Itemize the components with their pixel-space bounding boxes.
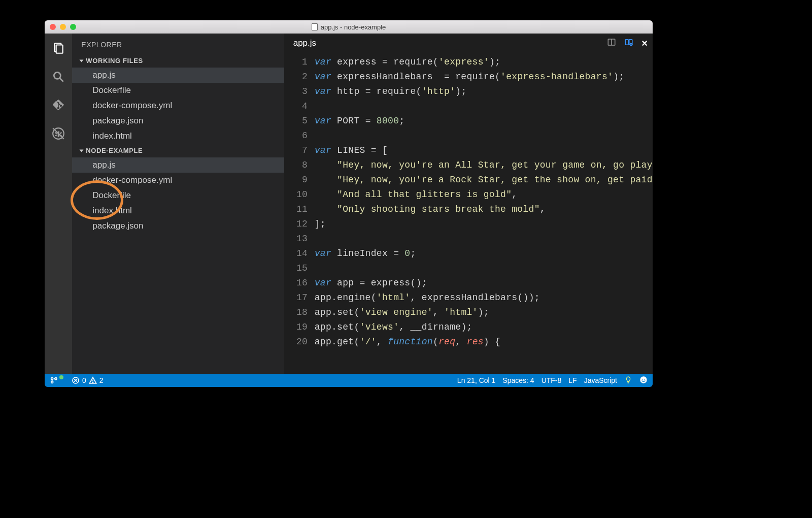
project-files-list: app.jsdocker-compose.ymlDockerfileindex.… <box>72 157 284 234</box>
svg-point-17 <box>51 378 53 380</box>
svg-rect-1 <box>56 45 63 53</box>
file-item[interactable]: Dockerfile <box>72 188 284 203</box>
compare-changes-icon[interactable] <box>624 38 633 49</box>
svg-rect-14 <box>626 40 629 45</box>
line-number-gutter: 1234567891011121314151617181920 <box>284 53 315 374</box>
section-project[interactable]: NODE-EXAMPLE <box>72 144 284 157</box>
file-item[interactable]: app.js <box>72 68 284 83</box>
window-title: app.js - node-example <box>45 23 653 31</box>
svg-point-25 <box>640 376 647 383</box>
titlebar: app.js - node-example <box>45 20 653 34</box>
svg-point-19 <box>55 378 57 380</box>
warning-count: 2 <box>99 376 104 384</box>
svg-point-27 <box>644 378 645 379</box>
code-editor[interactable]: 1234567891011121314151617181920 var expr… <box>284 53 653 374</box>
file-item[interactable]: app.js <box>72 157 284 173</box>
svg-line-3 <box>60 78 63 82</box>
file-item[interactable]: docker-compose.yml <box>72 98 284 113</box>
problems-status[interactable]: 0 2 <box>72 376 104 384</box>
file-item[interactable]: Dockerfile <box>72 83 284 98</box>
explorer-sidebar: EXPLORER WORKING FILES app.jsDockerfiled… <box>72 34 284 374</box>
chevron-down-icon <box>80 149 84 152</box>
file-item[interactable]: docker-compose.yml <box>72 173 284 188</box>
working-files-list: app.jsDockerfiledocker-compose.ymlpackag… <box>72 68 284 144</box>
file-item[interactable]: package.json <box>72 113 284 128</box>
git-changes-dot-icon <box>59 375 63 379</box>
file-item[interactable]: index.html <box>72 203 284 218</box>
vscode-window: app.js - node-example <box>45 20 653 387</box>
section-label: NODE-EXAMPLE <box>86 147 143 154</box>
editor: app.js × <box>284 34 653 374</box>
svg-point-2 <box>54 72 61 79</box>
editor-tabbar: app.js × <box>284 34 653 53</box>
svg-point-24 <box>92 382 93 382</box>
file-item[interactable]: package.json <box>72 218 284 234</box>
section-working-files[interactable]: WORKING FILES <box>72 54 284 68</box>
split-editor-icon[interactable] <box>607 38 616 49</box>
document-icon <box>312 23 318 30</box>
code-content[interactable]: var express = require('express');var exp… <box>315 53 653 374</box>
svg-point-26 <box>642 378 643 379</box>
indent-status[interactable]: Spaces: 4 <box>502 376 534 384</box>
search-activity-icon[interactable] <box>51 69 66 84</box>
explorer-activity-icon[interactable] <box>51 41 66 56</box>
sidebar-title: EXPLORER <box>72 34 284 54</box>
section-label: WORKING FILES <box>86 57 143 64</box>
window-title-text: app.js - node-example <box>321 23 386 31</box>
feedback-smile-icon[interactable] <box>639 376 648 385</box>
svg-line-9 <box>55 135 57 136</box>
svg-point-18 <box>51 381 53 383</box>
open-tab[interactable]: app.js <box>293 38 316 48</box>
lightbulb-icon[interactable] <box>624 376 632 385</box>
encoding-status[interactable]: UTF-8 <box>542 376 562 384</box>
file-item[interactable]: index.html <box>72 128 284 144</box>
status-bar: 0 2 Ln 21, Col 1 Spaces: 4 UTF-8 LF Java… <box>45 374 653 387</box>
error-count: 0 <box>82 376 86 384</box>
git-activity-icon[interactable] <box>51 98 66 113</box>
git-status[interactable] <box>50 376 64 384</box>
language-mode[interactable]: JavaScript <box>584 376 617 384</box>
cursor-position[interactable]: Ln 21, Col 1 <box>457 376 496 384</box>
close-editor-icon[interactable]: × <box>641 38 648 49</box>
eol-status[interactable]: LF <box>568 376 577 384</box>
chevron-down-icon <box>80 59 84 62</box>
activity-bar <box>45 34 72 374</box>
debug-activity-icon[interactable] <box>51 126 66 141</box>
